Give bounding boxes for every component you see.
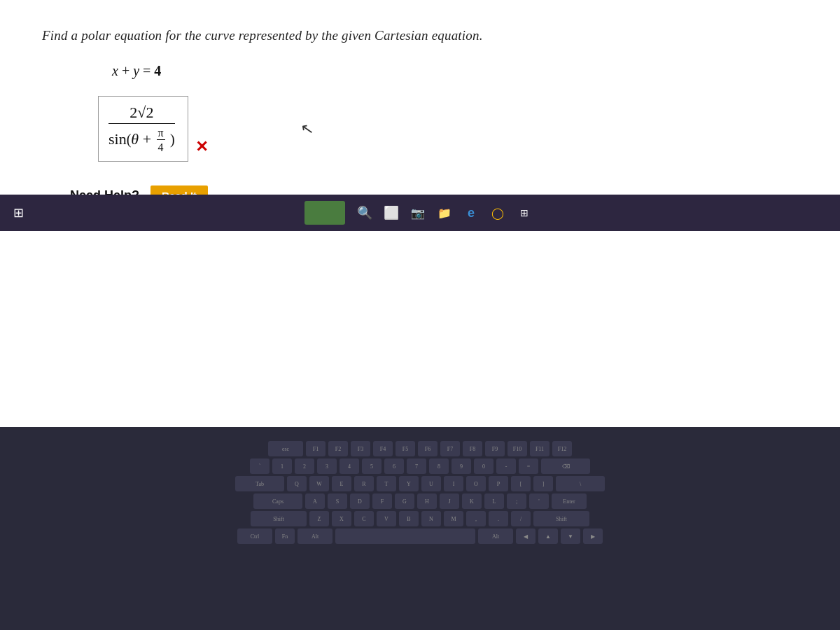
key-2: 2 — [295, 458, 314, 474]
key-enter: Enter — [552, 493, 587, 509]
camera-icon[interactable]: 📷 — [407, 202, 429, 224]
key-arrow-r: ▶ — [583, 528, 603, 544]
key-m: M — [444, 511, 463, 526]
key-l: L — [484, 493, 504, 509]
key-a: A — [305, 493, 325, 509]
taskbar-left: ⊞ — [7, 202, 29, 224]
key-o: O — [466, 476, 486, 491]
answer-denominator: sin(θ + π 4 ) — [108, 127, 175, 154]
taskbar-center: 🔍 ⬜ 📷 📁 e ◯ ⊞ — [304, 201, 536, 225]
taskbar: ⊞ 🔍 ⬜ 📷 📁 e ◯ ⊞ — [0, 195, 840, 231]
search-icon[interactable]: 🔍 — [354, 202, 376, 224]
key-alt-r: Alt — [478, 528, 513, 544]
key-f9: F9 — [485, 441, 505, 456]
key-j: J — [440, 493, 459, 509]
answer-box: 2√2 sin(θ + π 4 ) — [98, 96, 188, 162]
question-text: Find a polar equation for the curve repr… — [42, 28, 798, 43]
key-f8: F8 — [463, 441, 482, 456]
key-lshift: Shift — [251, 511, 307, 526]
key-f4: F4 — [373, 441, 393, 456]
keyboard-row-zxcv: Shift Z X C V B N M , . / Shift — [14, 511, 826, 526]
key-fn: Fn — [275, 528, 295, 544]
laptop-body: esc F1 F2 F3 F4 F5 F6 F7 F8 F9 F10 F11 F… — [0, 427, 840, 630]
key-equals: = — [519, 458, 538, 474]
key-p: P — [489, 476, 508, 491]
key-quote: ' — [529, 493, 549, 509]
key-b: B — [399, 511, 419, 526]
key-capslock: Caps — [253, 493, 302, 509]
key-backspace: ⌫ — [541, 458, 590, 474]
key-q: Q — [287, 476, 307, 491]
chrome-icon[interactable]: ◯ — [486, 202, 509, 224]
key-ctrl: Ctrl — [237, 528, 272, 544]
key-f: F — [372, 493, 392, 509]
key-9: 9 — [451, 458, 471, 474]
key-backtick: ` — [250, 458, 270, 474]
key-g: G — [395, 493, 414, 509]
key-k: K — [462, 493, 482, 509]
key-backslash: \ — [556, 476, 605, 491]
key-i: I — [444, 476, 463, 491]
key-s: S — [328, 493, 347, 509]
answer-numerator: 2√2 — [108, 104, 175, 124]
wrong-mark: ✕ — [195, 138, 208, 156]
key-n: N — [421, 511, 441, 526]
file-explorer-icon[interactable]: 📁 — [433, 202, 456, 224]
key-4: 4 — [340, 458, 359, 474]
keyboard-row-bottom: Ctrl Fn Alt Alt ◀ ▲ ▼ ▶ — [14, 528, 826, 544]
key-comma: , — [466, 511, 486, 526]
key-7: 7 — [407, 458, 426, 474]
key-h: H — [417, 493, 437, 509]
key-y: Y — [399, 476, 419, 491]
key-f11: F11 — [530, 441, 550, 456]
taskbar-active-app[interactable] — [304, 201, 345, 225]
key-c: C — [354, 511, 374, 526]
key-esc: esc — [268, 441, 303, 456]
key-d: D — [350, 493, 370, 509]
windows-start-icon[interactable]: ⊞ — [7, 202, 29, 224]
key-space — [335, 528, 475, 544]
key-z: Z — [309, 511, 329, 526]
key-f2: F2 — [328, 441, 348, 456]
key-arrow-u: ▲ — [538, 528, 558, 544]
key-1: 1 — [272, 458, 292, 474]
key-f3: F3 — [351, 441, 370, 456]
browser-icon[interactable]: e — [460, 202, 482, 224]
key-u: U — [421, 476, 441, 491]
cartesian-equation: x + y = 4 — [112, 63, 798, 79]
key-f5: F5 — [396, 441, 415, 456]
key-r: R — [354, 476, 374, 491]
keyboard-row-asdf: Caps A S D F G H J K L ; ' Enter — [14, 493, 826, 509]
key-f7: F7 — [440, 441, 460, 456]
key-period: . — [489, 511, 508, 526]
key-minus: - — [496, 458, 516, 474]
keyboard-row-numbers: ` 1 2 3 4 5 6 7 8 9 0 - = ⌫ — [14, 458, 826, 474]
key-t: T — [377, 476, 396, 491]
key-slash: / — [511, 511, 531, 526]
key-alt: Alt — [298, 528, 332, 544]
key-e: E — [332, 476, 351, 491]
key-f1: F1 — [306, 441, 326, 456]
key-f12: F12 — [552, 441, 572, 456]
key-f6: F6 — [418, 441, 438, 456]
key-v: V — [377, 511, 396, 526]
key-semicolon: ; — [507, 493, 526, 509]
task-view-icon[interactable]: ⬜ — [380, 202, 402, 224]
keyboard-area: esc F1 F2 F3 F4 F5 F6 F7 F8 F9 F10 F11 F… — [0, 427, 840, 544]
key-arrow-l: ◀ — [516, 528, 536, 544]
keyboard-row-qwerty: Tab Q W E R T Y U I O P [ ] \ — [14, 476, 826, 491]
key-6: 6 — [384, 458, 404, 474]
key-f10: F10 — [507, 441, 527, 456]
key-rshift: Shift — [533, 511, 589, 526]
keyboard-row-fn: esc F1 F2 F3 F4 F5 F6 F7 F8 F9 F10 F11 F… — [14, 441, 826, 456]
key-0: 0 — [474, 458, 493, 474]
key-bracket-r: ] — [533, 476, 553, 491]
key-w: W — [309, 476, 329, 491]
screen-area: Find a polar equation for the curve repr… — [0, 0, 840, 434]
key-3: 3 — [317, 458, 337, 474]
key-bracket-l: [ — [511, 476, 531, 491]
key-tab: Tab — [235, 476, 284, 491]
app-grid-icon[interactable]: ⊞ — [513, 202, 536, 224]
key-x: X — [332, 511, 351, 526]
key-5: 5 — [362, 458, 382, 474]
